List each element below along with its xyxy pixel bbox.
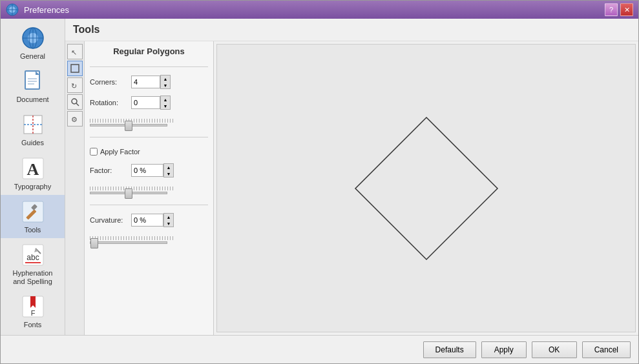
factor-input[interactable] — [131, 164, 163, 177]
rotation-slider-thumb[interactable] — [125, 121, 132, 131]
rotation-slider[interactable] — [90, 124, 167, 126]
title-bar: Preferences ? ✕ — [1, 1, 638, 19]
tools-body: ↖ ↻ — [65, 41, 638, 335]
svg-text:abc: abc — [26, 253, 39, 262]
tools-icon — [20, 199, 46, 225]
rotation-spinner: ▲ ▼ — [160, 96, 171, 110]
curvature-input-group: ▲ ▼ — [131, 213, 174, 227]
hyphenation-label: Hyphenation and Spelling — [13, 269, 53, 286]
apply-factor-label[interactable]: Apply Factor — [100, 148, 140, 156]
cancel-button[interactable]: Cancel — [582, 341, 631, 358]
svg-rect-37 — [71, 65, 79, 72]
general-label: General — [20, 52, 45, 61]
sidebar-item-document[interactable]: Document — [1, 65, 65, 108]
factor-up[interactable]: ▲ — [164, 164, 173, 170]
sidebar-item-general[interactable]: General — [1, 21, 65, 65]
factor-label: Factor: — [90, 167, 129, 174]
sidebar-item-hyphenation[interactable]: abc Hyphenation and Spelling — [1, 238, 65, 290]
corners-row: Corners: ▲ ▼ — [90, 75, 208, 89]
factor-slider[interactable] — [90, 192, 167, 194]
rotation-slider-container — [90, 116, 208, 129]
document-label: Document — [16, 96, 48, 104]
curvature-down[interactable]: ▼ — [164, 220, 173, 227]
divider-2 — [90, 137, 208, 137]
svg-text:↻: ↻ — [71, 82, 77, 90]
svg-text:⚙: ⚙ — [71, 116, 78, 123]
guides-icon — [20, 112, 46, 137]
curvature-label: Curvature: — [90, 216, 129, 224]
title-bar-controls: ? ✕ — [605, 3, 633, 16]
document-icon — [20, 68, 46, 94]
curvature-slider-thumb[interactable] — [90, 238, 98, 248]
window-title: Preferences — [24, 5, 69, 15]
corners-up[interactable]: ▲ — [161, 76, 170, 82]
curvature-slider[interactable] — [90, 241, 167, 244]
tool-zoom-btn[interactable] — [67, 94, 83, 110]
tools-label: Tools — [25, 226, 41, 234]
factor-slider-thumb[interactable] — [125, 188, 132, 199]
factor-row: Factor: ▲ ▼ — [90, 163, 208, 177]
title-bar-left: Preferences — [6, 3, 69, 16]
typography-label: Typography — [14, 183, 51, 191]
factor-input-group: ▲ ▼ — [131, 163, 174, 177]
apply-factor-checkbox[interactable] — [90, 148, 98, 156]
rotation-row: Rotation: ▲ ▼ — [90, 96, 208, 110]
rotation-down[interactable]: ▼ — [161, 103, 170, 109]
typography-icon: A — [20, 156, 46, 181]
corners-label: Corners: — [90, 78, 129, 86]
sidebar-item-guides[interactable]: Guides — [1, 108, 65, 151]
svg-text:↖: ↖ — [71, 48, 77, 56]
help-button[interactable]: ? — [605, 3, 618, 16]
preferences-dialog: Preferences ? ✕ General — [0, 0, 639, 364]
main-content: Tools ↖ ↻ — [65, 19, 638, 335]
ok-button[interactable]: OK — [532, 341, 577, 358]
polygon-preview — [342, 105, 510, 272]
rotation-up[interactable]: ▲ — [161, 96, 170, 103]
corners-input[interactable] — [131, 76, 160, 88]
tools-panel-content: Regular Polygons Corners: ▲ ▼ — [85, 41, 638, 335]
svg-text:F: F — [30, 309, 35, 317]
rotation-label: Rotation: — [90, 99, 129, 106]
tool-select-btn[interactable] — [67, 61, 83, 76]
tool-icon-strip: ↖ ↻ — [65, 41, 85, 335]
rotation-input-group: ▲ ▼ — [131, 96, 171, 110]
svg-point-39 — [72, 99, 77, 104]
sidebar: General Document — [1, 19, 65, 335]
polygon-title: Regular Polygons — [90, 46, 208, 56]
curvature-slider-track — [90, 236, 174, 240]
close-button[interactable]: ✕ — [620, 3, 633, 16]
corners-down[interactable]: ▼ — [161, 82, 170, 88]
sidebar-item-typography[interactable]: A Typography — [1, 152, 65, 195]
curvature-spinner: ▲ ▼ — [163, 213, 174, 227]
svg-line-40 — [76, 103, 79, 106]
factor-down[interactable]: ▼ — [164, 170, 173, 177]
fonts-label: Fonts — [24, 321, 42, 329]
tool-arrow-btn[interactable]: ↖ — [67, 44, 83, 59]
svg-marker-42 — [355, 117, 498, 259]
svg-text:A: A — [26, 160, 39, 179]
hyphenation-icon: abc — [20, 242, 46, 268]
app-icon — [6, 3, 19, 16]
settings-panel: Regular Polygons Corners: ▲ ▼ — [85, 41, 214, 335]
curvature-up[interactable]: ▲ — [164, 214, 173, 220]
defaults-button[interactable]: Defaults — [423, 341, 476, 358]
divider-1 — [90, 66, 208, 67]
bottom-bar: Defaults Apply OK Cancel — [1, 335, 638, 363]
curvature-slider-container — [90, 234, 208, 247]
apply-button[interactable]: Apply — [481, 341, 527, 358]
general-icon — [20, 25, 46, 51]
sidebar-item-tools[interactable]: Tools — [1, 195, 65, 238]
sidebar-item-fonts[interactable]: F Fonts — [1, 290, 65, 333]
tool-settings-btn[interactable]: ⚙ — [67, 111, 83, 126]
apply-factor-row: Apply Factor — [90, 148, 208, 156]
corners-input-group: ▲ ▼ — [131, 75, 171, 89]
divider-3 — [90, 205, 208, 205]
corners-spinner: ▲ ▼ — [160, 75, 171, 89]
guides-label: Guides — [21, 139, 44, 147]
dialog-body: General Document — [1, 19, 638, 335]
curvature-input[interactable] — [131, 214, 163, 227]
tool-rotate-btn[interactable]: ↻ — [67, 77, 83, 93]
curvature-row: Curvature: ▲ ▼ — [90, 213, 208, 227]
factor-slider-container — [90, 184, 208, 197]
rotation-input[interactable] — [131, 96, 160, 109]
